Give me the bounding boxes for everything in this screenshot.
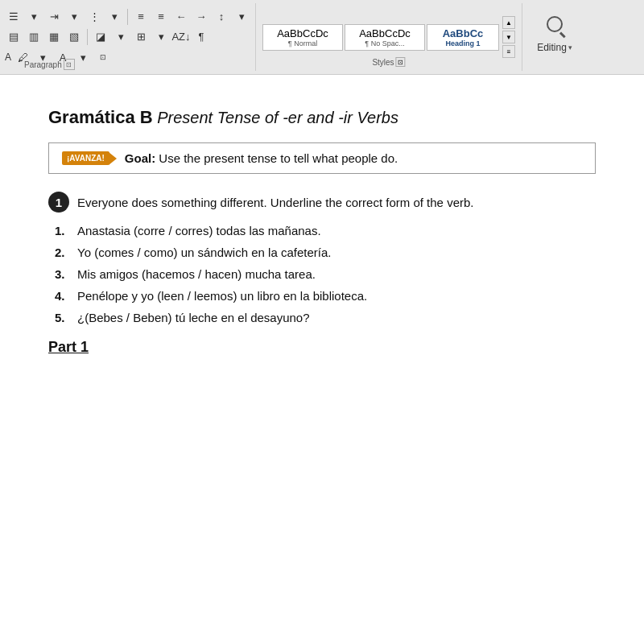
align-icon[interactable]: ≡ bbox=[132, 9, 150, 25]
shading-icon[interactable]: ◪ bbox=[92, 29, 109, 45]
editing-dropdown-arrow[interactable]: ▾ bbox=[568, 43, 572, 52]
item-text-3: Mis amigos (hacemos / hacen) mucha tarea… bbox=[77, 267, 316, 281]
pilcrow-icon[interactable]: ¶ bbox=[192, 29, 210, 45]
exercise-instruction: Everyone does something different. Under… bbox=[77, 196, 473, 209]
goal-text: Goal: Use the present tense to tell what… bbox=[125, 151, 398, 165]
avanza-badge: ¡AVANZA! bbox=[62, 151, 109, 165]
goal-description: Use the present tense to tell what peopl… bbox=[159, 151, 398, 165]
linespacing-dropdown[interactable]: ▾ bbox=[233, 9, 250, 25]
style-expand-btn[interactable]: ≡ bbox=[502, 45, 515, 58]
item-num-1: 1. bbox=[55, 224, 71, 237]
style-heading-label: Heading 1 bbox=[445, 39, 480, 47]
style-scroll-up[interactable]: ▲ bbox=[502, 16, 515, 29]
part-label: Part 1 bbox=[48, 339, 596, 356]
indent2-icon[interactable]: → bbox=[192, 9, 210, 25]
numbered-dropdown[interactable]: ▾ bbox=[105, 9, 123, 25]
shading-dropdown[interactable]: ▾ bbox=[112, 29, 130, 45]
item-num-2: 2. bbox=[55, 246, 71, 259]
linespacing-icon[interactable]: ↕ bbox=[213, 9, 230, 25]
style-nospace-preview: AaBbCcDc bbox=[359, 27, 411, 39]
goal-label: Goal: bbox=[125, 151, 155, 165]
search-icon-wrap bbox=[540, 10, 569, 39]
document-title: Gramática B Present Tense of -er and -ir… bbox=[48, 107, 596, 128]
font-color-dropdown[interactable]: ▾ bbox=[74, 49, 92, 65]
paragraph-section-label: Paragraph ⊡ bbox=[24, 59, 75, 70]
editing-label: Editing bbox=[537, 42, 567, 53]
styles-buttons-row: AaBbCcDc ¶ Normal AaBbCcDc ¶ No Spac... … bbox=[262, 16, 515, 58]
align-right-icon[interactable]: ▦ bbox=[45, 29, 63, 45]
divider-1 bbox=[127, 9, 128, 25]
style-normal-btn[interactable]: AaBbCcDc ¶ Normal bbox=[262, 24, 343, 51]
editing-label-row: Editing ▾ bbox=[537, 42, 572, 53]
border-icon[interactable]: ⊞ bbox=[132, 29, 150, 45]
avanza-arrow bbox=[109, 152, 117, 165]
goal-box: ¡AVANZA! Goal: Use the present tense to … bbox=[48, 142, 596, 174]
list-item: 2. Yo (comes / como) un sándwich en la c… bbox=[55, 246, 596, 259]
document-area: Gramática B Present Tense of -er and -ir… bbox=[0, 75, 644, 644]
style-heading-preview: AaBbCc bbox=[443, 27, 484, 39]
toolbar: ☰ ▾ ⇥ ▾ ⋮ ▾ ≡ ≡ ← → ↕ ▾ ▤ ▥ ▦ ▧ ◪ bbox=[0, 0, 644, 75]
indent-dropdown[interactable]: ▾ bbox=[65, 9, 83, 25]
editing-section: Editing ▾ bbox=[522, 3, 587, 71]
align-left-icon[interactable]: ▤ bbox=[5, 29, 23, 45]
item-text-4: Penélope y yo (leen / leemos) un libro e… bbox=[77, 289, 367, 303]
exercise-list: 1. Anastasia (corre / corres) todas las … bbox=[55, 224, 596, 324]
item-num-3: 3. bbox=[55, 267, 71, 281]
sort-icon[interactable]: AZ↓ bbox=[172, 29, 190, 45]
toolbar-row-2: ▤ ▥ ▦ ▧ ◪ ▾ ⊞ ▾ AZ↓ ¶ bbox=[5, 29, 250, 45]
item-text-5: ¿(Bebes / Beben) tú leche en el desayuno… bbox=[77, 311, 310, 324]
style-normal-preview: AaBbCcDc bbox=[277, 27, 328, 39]
title-italic: Present Tense of -er and -ir Verbs bbox=[153, 109, 398, 126]
item-num-5: 5. bbox=[55, 311, 71, 324]
title-bold: Gramática B bbox=[48, 107, 153, 127]
list-item: 4. Penélope y yo (leen / leemos) un libr… bbox=[55, 289, 596, 303]
align2-icon[interactable]: ≡ bbox=[152, 9, 170, 25]
style-scroll-down[interactable]: ▼ bbox=[502, 31, 515, 43]
paragraph-expand-icon[interactable]: ⊡ bbox=[64, 59, 75, 70]
avanza-badge-wrap: ¡AVANZA! bbox=[62, 151, 117, 165]
exercise-header: 1 Everyone does something different. Und… bbox=[48, 192, 596, 213]
style-nospace-label: ¶ No Spac... bbox=[365, 39, 404, 47]
item-text-1: Anastasia (corre / corres) todas las mañ… bbox=[77, 224, 321, 237]
exercise-number: 1 bbox=[48, 192, 69, 213]
style-nospace-btn[interactable]: AaBbCcDc ¶ No Spac... bbox=[345, 24, 425, 51]
divider-2 bbox=[87, 29, 88, 45]
font-size-indicator: A bbox=[5, 52, 11, 63]
style-normal-label: ¶ Normal bbox=[288, 39, 317, 47]
numbered-list-icon[interactable]: ⋮ bbox=[85, 9, 103, 25]
justify-icon[interactable]: ▧ bbox=[65, 29, 83, 45]
list-item: 5. ¿(Bebes / Beben) tú leche en el desay… bbox=[55, 311, 596, 324]
list-item: 3. Mis amigos (hacemos / hacen) mucha ta… bbox=[55, 267, 596, 281]
list-icon[interactable]: ☰ bbox=[5, 9, 23, 25]
item-num-4: 4. bbox=[55, 289, 71, 303]
border-dropdown[interactable]: ▾ bbox=[152, 29, 170, 45]
align-center-icon[interactable]: ▥ bbox=[25, 29, 43, 45]
styles-label: Styles bbox=[372, 58, 394, 67]
item-text-2: Yo (comes / como) un sándwich en la cafe… bbox=[77, 246, 331, 259]
toolbar-row-1: ☰ ▾ ⇥ ▾ ⋮ ▾ ≡ ≡ ← → ↕ ▾ bbox=[5, 9, 250, 25]
styles-section: AaBbCcDc ¶ Normal AaBbCcDc ¶ No Spac... … bbox=[256, 3, 522, 71]
list-dropdown[interactable]: ▾ bbox=[25, 9, 43, 25]
para-expand[interactable]: ⊡ bbox=[94, 49, 112, 65]
list-item: 1. Anastasia (corre / corres) todas las … bbox=[55, 224, 596, 237]
indent-icon[interactable]: ⇥ bbox=[45, 9, 63, 25]
styles-section-label: Styles ⊡ bbox=[372, 57, 405, 67]
outdent-icon[interactable]: ← bbox=[172, 9, 190, 25]
styles-expand-icon[interactable]: ⊡ bbox=[396, 57, 406, 67]
search-icon bbox=[547, 16, 563, 32]
style-scroll: ▲ ▼ ≡ bbox=[502, 16, 515, 58]
paragraph-label: Paragraph bbox=[24, 60, 62, 69]
style-heading-btn[interactable]: AaBbCc Heading 1 bbox=[427, 24, 499, 51]
